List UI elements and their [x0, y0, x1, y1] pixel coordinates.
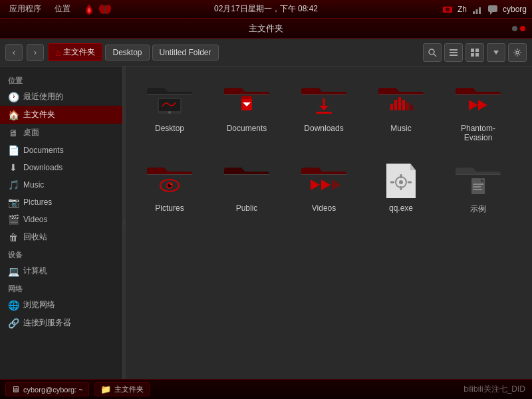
sidebar-item-trash-label: 回收站 [23, 231, 47, 243]
phantom-folder-icon [454, 81, 502, 121]
sidebar-item-trash[interactable]: 🗑 回收站 [0, 228, 122, 246]
taskbar-terminal[interactable]: 🖥 cyborg@cyborg: ~ [5, 382, 89, 396]
downloads-folder-icon [300, 81, 348, 121]
breadcrumb-desktop[interactable]: Desktop [105, 45, 149, 61]
svg-rect-18 [471, 53, 474, 57]
sidebar-section-network: 网络 [0, 280, 122, 296]
desktop-icon: 🖥 [8, 128, 19, 138]
grid-view-button[interactable] [466, 43, 484, 62]
svg-rect-38 [402, 100, 405, 110]
file-item-downloads[interactable]: Downloads [291, 77, 357, 146]
search-button[interactable] [423, 43, 442, 62]
file-item-videos[interactable]: Videos [291, 157, 357, 219]
sidebar-item-connect-server-label: 连接到服务器 [23, 317, 71, 329]
music-icon: 🎵 [8, 180, 19, 190]
window-dot-1 [512, 26, 517, 31]
svg-point-21 [516, 51, 519, 54]
window-title: 主文件夹 [249, 23, 283, 35]
svg-rect-64 [473, 189, 482, 190]
sidebar-item-connect-server[interactable]: 🔗 连接到服务器 [0, 314, 122, 332]
app-menu[interactable]: 应用程序 [5, 2, 45, 16]
breadcrumb-bar: ⌂ 主文件夹 Desktop Untitled Folder [48, 43, 419, 61]
settings-icon [513, 48, 522, 57]
svg-rect-56 [400, 174, 402, 178]
file-item-desktop[interactable]: Desktop [136, 77, 203, 146]
svg-rect-34 [378, 94, 424, 95]
sidebar-item-home[interactable]: 🏠 主文件夹 [0, 106, 122, 124]
documents-folder-icon [223, 81, 271, 121]
sort-button[interactable] [487, 43, 505, 62]
file-grid: Desktop Documents [126, 66, 532, 379]
file-item-phantom[interactable]: Phantom-Evasion [445, 77, 511, 146]
location-menu[interactable]: 位置 [51, 2, 74, 16]
svg-rect-29 [241, 96, 252, 99]
svg-rect-15 [450, 55, 458, 56]
svg-rect-41 [456, 94, 501, 95]
svg-point-11 [429, 49, 434, 55]
svg-rect-30 [301, 94, 346, 95]
pictures-icon: 📷 [8, 197, 19, 207]
nav-bar: ‹ › ⌂ 主文件夹 Desktop Untitled Folder [0, 39, 532, 66]
watermark: bilibili关注七_DID [464, 384, 525, 395]
file-item-music[interactable]: Music [368, 77, 434, 146]
svg-rect-50 [301, 174, 346, 175]
svg-rect-7 [475, 9, 477, 14]
breadcrumb-untitled[interactable]: Untitled Folder [152, 45, 219, 61]
sidebar-item-pictures[interactable]: 📷 Pictures [0, 194, 122, 211]
taskbar-filemanager-label: 主文件夹 [114, 384, 144, 394]
pictures-folder-icon [146, 161, 194, 201]
sidebar-item-pictures-label: Pictures [23, 198, 52, 207]
sidebar-section-places: 位置 [0, 72, 122, 88]
sidebar-item-videos[interactable]: 🎬 Videos [0, 211, 122, 228]
phantom-folder-label: Phantom-Evasion [449, 124, 507, 142]
breadcrumb-home[interactable]: ⌂ 主文件夹 [48, 43, 102, 61]
svg-rect-39 [406, 102, 409, 110]
taskbar-terminal-label: cyborg@cyborg: ~ [23, 386, 83, 394]
settings-button[interactable] [508, 43, 527, 62]
sidebar-item-videos-label: Videos [23, 215, 47, 224]
main-content: 位置 🕐 最近使用的 🏠 主文件夹 🖥 桌面 📄 Documents ⬇ Dow… [0, 66, 532, 379]
file-item-qq[interactable]: qq.exe [368, 157, 434, 219]
sidebar-item-recent[interactable]: 🕐 最近使用的 [0, 88, 122, 106]
sidebar-item-music-label: Music [23, 180, 44, 190]
sidebar-item-desktop[interactable]: 🖥 桌面 [0, 124, 122, 142]
search-icon [428, 48, 437, 57]
lang-indicator: Zh [458, 5, 467, 14]
datetime-display: 02月17日星期一，下午 08:42 [214, 3, 318, 15]
example-folder-icon [454, 161, 502, 201]
system-bar: 应用程序 位置 02月17日星期一，下午 08:42 Zh [0, 0, 532, 19]
music-folder-icon [377, 81, 425, 121]
file-item-public[interactable]: Public [213, 157, 280, 219]
sidebar: 位置 🕐 最近使用的 🏠 主文件夹 🖥 桌面 📄 Documents ⬇ Dow… [0, 66, 123, 379]
svg-rect-16 [471, 49, 474, 52]
downloads-icon: ⬇ [8, 162, 19, 173]
back-button[interactable]: ‹ [5, 44, 23, 61]
sidebar-item-documents[interactable]: 📄 Documents [0, 142, 122, 159]
svg-rect-14 [450, 52, 458, 53]
svg-line-12 [434, 54, 436, 57]
sidebar-item-browse-network-label: 浏览网络 [23, 299, 55, 311]
sidebar-item-downloads[interactable]: ⬇ Downloads [0, 159, 122, 176]
svg-rect-8 [479, 7, 481, 14]
qq-exe-label: qq.exe [389, 203, 413, 213]
file-item-example[interactable]: 示例 [445, 157, 511, 219]
svg-rect-63 [473, 186, 481, 188]
sidebar-item-browse-network[interactable]: 🌐 浏览网络 [0, 296, 122, 314]
list-view-button[interactable] [444, 43, 463, 62]
public-folder-label: Public [236, 203, 258, 213]
svg-point-25 [168, 111, 171, 114]
file-item-documents[interactable]: Documents [213, 77, 280, 146]
forward-button[interactable]: › [27, 44, 44, 61]
desktop-folder-icon [146, 81, 194, 121]
grid-view-icon [470, 48, 479, 57]
file-item-pictures[interactable]: Pictures [136, 157, 203, 219]
taskbar-filemanager[interactable]: 📁 主文件夹 [94, 382, 150, 396]
sidebar-item-music[interactable]: 🎵 Music [0, 176, 122, 194]
svg-rect-13 [450, 49, 458, 51]
svg-rect-9 [488, 5, 497, 12]
sort-icon [491, 48, 501, 57]
svg-rect-19 [475, 53, 479, 57]
sidebar-item-computer[interactable]: 💻 计算机 [0, 262, 122, 280]
system-bar-right: Zh cyborg [442, 3, 527, 15]
home-folder-icon: 🏠 [8, 110, 19, 120]
